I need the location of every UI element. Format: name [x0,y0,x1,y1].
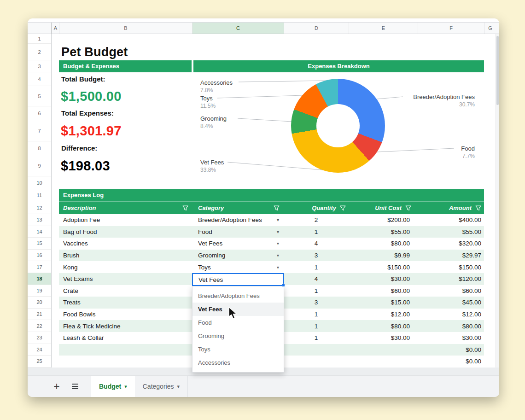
row-header-10[interactable]: 10 [28,176,51,189]
cell-unit-cost[interactable]: $30.00 [349,273,418,285]
category-chevron-down-icon[interactable]: ▾ [277,214,279,226]
dropdown-option-breeder-adoption-fees[interactable]: Breeder/Adoption Fees [192,289,284,303]
expenses-breakdown-banner[interactable]: Expenses Breakdown [193,60,484,72]
cell-description[interactable]: Vaccines [59,238,192,250]
cell-unit-cost[interactable]: $30.00 [349,332,418,344]
filter-icon[interactable] [340,205,346,211]
category-chevron-down-icon[interactable]: ▾ [277,250,279,262]
column-header-c[interactable]: C [192,23,284,34]
cell-description[interactable]: Adoption Fee [59,214,192,226]
row-header-12[interactable]: 12 [28,201,51,214]
cell-category[interactable]: Toys▾ [192,261,284,273]
cell-quantity[interactable]: 4 [284,273,349,285]
column-header-amount[interactable]: Amount [418,202,484,214]
column-header-unit-cost[interactable]: Unit Cost [349,202,418,214]
dropdown-option-accessories[interactable]: Accessories [192,356,284,369]
row-header-16[interactable]: 16 [28,250,51,262]
row-header-6[interactable]: 6 [28,106,51,120]
row-header-13[interactable]: 13 [28,214,51,226]
cell-category[interactable]: Grooming▾ [192,250,284,262]
cell-quantity[interactable]: 1 [284,261,349,273]
row-header-11[interactable]: 11 [28,189,51,201]
select-all-corner[interactable] [28,23,52,34]
dropdown-option-toys[interactable]: Toys [192,343,284,356]
cell-unit-cost[interactable]: $55.00 [349,226,418,238]
cell-amount[interactable]: $80.00 [418,320,484,332]
selected-cell-editor[interactable]: Vet Fees [192,273,284,286]
tab-dropdown-caret-icon[interactable]: ▾ [177,384,180,390]
cell-description[interactable] [59,356,192,368]
cell-unit-cost[interactable] [349,356,418,368]
cell-quantity[interactable]: 1 [284,320,349,332]
cell-amount[interactable]: $55.00 [418,226,484,238]
cell-amount[interactable]: $0.00 [418,356,484,368]
cell-unit-cost[interactable]: $12.00 [349,309,418,321]
cell-amount[interactable]: $150.00 [418,261,484,273]
row-header-23[interactable]: 23 [28,332,51,344]
cell-unit-cost[interactable]: $80.00 [349,238,418,250]
cell-description[interactable]: Flea & Tick Medicine [59,320,192,332]
total-expenses-value[interactable]: $1,301.97 [61,120,122,141]
cell-amount[interactable]: $30.00 [418,332,484,344]
cell-category[interactable]: Breeder/Adoption Fees▾ [192,214,284,226]
add-sheet-button[interactable]: + [49,379,64,394]
cell-quantity[interactable]: 2 [284,214,349,226]
vertical-scrollbar[interactable] [496,34,499,368]
column-header-a[interactable]: A [52,23,59,34]
cell-amount[interactable]: $12.00 [418,309,484,321]
category-chevron-down-icon[interactable]: ▾ [277,226,279,238]
column-header-d[interactable]: D [284,23,349,34]
total-expenses-label[interactable]: Total Expenses: [61,106,114,120]
column-header-description[interactable]: Description [59,202,192,214]
column-header-category[interactable]: Category [192,202,284,214]
cell-quantity[interactable]: 3 [284,250,349,262]
tab-categories[interactable]: Categories ▾ [135,376,188,397]
row-header-19[interactable]: 19 [28,285,51,297]
cell-amount[interactable]: $29.97 [418,250,484,262]
row-header-5[interactable]: 5 [28,86,51,106]
filter-icon[interactable] [405,205,411,211]
cell-quantity[interactable]: 1 [284,285,349,297]
column-header-e[interactable]: E [349,23,418,34]
tab-budget[interactable]: Budget ▾ [91,376,135,397]
column-header-b[interactable]: B [59,23,192,34]
difference-value[interactable]: $198.03 [61,155,110,176]
row-header-15[interactable]: 15 [28,238,51,250]
cell-amount[interactable]: $0.00 [418,344,484,356]
cell-amount[interactable]: $400.00 [418,214,484,226]
column-header-g[interactable]: G [484,23,496,34]
cell-unit-cost[interactable]: $60.00 [349,285,418,297]
cell-description[interactable]: Food Bowls [59,309,192,321]
row-header-8[interactable]: 8 [28,141,51,155]
cell-description[interactable]: Brush [59,250,192,262]
row-header-1[interactable]: 1 [28,34,51,44]
row-header-9[interactable]: 9 [28,155,51,176]
vertical-scrollbar-thumb[interactable] [496,36,499,105]
cell-quantity[interactable]: 1 [284,332,349,344]
cell-unit-cost[interactable] [349,344,418,356]
cell-description[interactable]: Crate [59,285,192,297]
cell-quantity[interactable]: 4 [284,238,349,250]
filter-icon[interactable] [182,205,188,211]
dropdown-option-vet-fees[interactable]: Vet Fees [192,303,284,316]
cell-description[interactable]: Treats [59,297,192,309]
row-header-7[interactable]: 7 [28,120,51,141]
expenses-log-banner[interactable]: Expenses Log [59,189,484,201]
dropdown-option-grooming[interactable]: Grooming [192,329,284,343]
cell-quantity[interactable]: 1 [284,309,349,321]
tab-dropdown-caret-icon[interactable]: ▾ [124,384,127,390]
cell-description[interactable]: Kong [59,261,192,273]
cell-category[interactable]: Food▾ [192,226,284,238]
cell-quantity[interactable]: 3 [284,297,349,309]
column-header-f[interactable]: F [418,23,484,34]
fill-handle[interactable] [282,284,285,287]
cell-quantity[interactable] [284,344,349,356]
sheet-title[interactable]: Pet Budget [61,44,128,60]
row-header-3[interactable]: 3 [28,60,51,72]
difference-label[interactable]: Difference: [61,141,97,155]
filter-icon[interactable] [475,205,481,211]
cell-unit-cost[interactable]: $9.99 [349,250,418,262]
cell-description[interactable]: Vet Exams [59,273,192,285]
row-header-24[interactable]: 24 [28,344,51,356]
dropdown-option-food[interactable]: Food [192,316,284,329]
